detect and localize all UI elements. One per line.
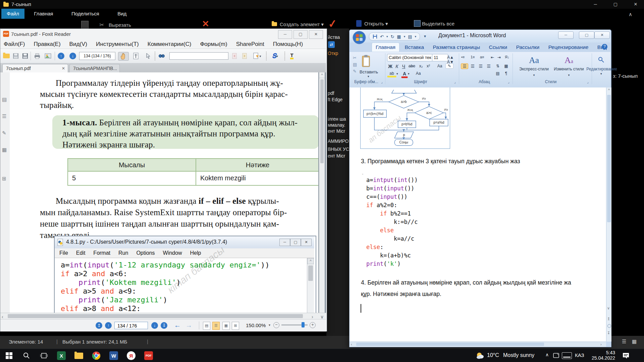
qat-more-icon[interactable]: ▾ (424, 34, 426, 39)
group-launcher-icon[interactable]: ⌟ (454, 80, 456, 84)
file-fragment[interactable]: ммалау. (328, 122, 345, 128)
find-next-icon[interactable] (240, 52, 249, 60)
quick-styles-button[interactable]: Аа Экспресс-стили ▾ (519, 55, 549, 77)
task-view-button[interactable] (36, 349, 52, 362)
document-tab[interactable]: 7сыныпАРМАНПВ... (69, 64, 120, 72)
taskbar-excel-icon[interactable]: X (54, 349, 69, 362)
previous-view-button[interactable]: ← (174, 321, 181, 329)
open-icon[interactable] (2, 52, 10, 60)
foxit-minimize-button[interactable]: ─ (278, 30, 292, 39)
save-as-icon[interactable] (21, 52, 29, 60)
taskbar-pdf-icon[interactable]: PDF (141, 349, 156, 362)
tab-page-layout[interactable]: Разметка страницы (429, 43, 484, 52)
zoom-in-button[interactable]: + (310, 322, 316, 328)
explorer-tab-view[interactable]: Вид (112, 9, 132, 19)
next-view-button[interactable]: → (185, 321, 192, 329)
recent-pages-icon[interactable]: ▾ (252, 52, 263, 60)
font-size-combo[interactable]: 11 (432, 54, 448, 61)
bullets-button[interactable]: •≡ (461, 55, 465, 59)
taskbar-explorer-icon[interactable] (71, 349, 87, 362)
taskbar-word-icon[interactable]: W (106, 349, 121, 362)
word-vertical-scrollbar[interactable]: ^ ∨ ↥ ↧ (606, 87, 611, 342)
status-page-field[interactable]: 134 / 176 (114, 322, 148, 329)
clear-formatting-button[interactable]: ✎ (445, 63, 453, 69)
explorer-minimize-button[interactable]: ─ (588, 0, 603, 8)
word-close-button[interactable]: ✕ (594, 32, 610, 39)
group-launcher-icon[interactable]: ⌟ (587, 80, 589, 84)
menu-tools[interactable]: Инструменты(Т) (96, 41, 139, 48)
save-icon[interactable] (12, 52, 20, 60)
paste-label[interactable]: Вставить (360, 69, 378, 74)
weather-desc[interactable]: Mostly sunny (503, 352, 534, 358)
tab-home[interactable]: Главная (372, 43, 399, 52)
first-page-button[interactable]: ↥ (96, 322, 102, 329)
scroll-left-icon[interactable]: ‹ (2, 314, 3, 319)
decrease-indent-button[interactable]: ⇤ (490, 55, 494, 60)
redo-icon[interactable]: ↻ (390, 34, 394, 39)
clock[interactable]: 5:43 25.04.2022 (589, 350, 615, 361)
previous-page-icon[interactable]: ↑ (57, 52, 65, 60)
explorer-select-all-button[interactable]: Выделить все (422, 21, 454, 26)
file-fragment[interactable]: ент Micr (328, 153, 345, 159)
numbering-button[interactable]: 1≡ (470, 55, 475, 59)
word-maximize-button[interactable]: ▢ (579, 32, 594, 39)
weather-temp[interactable]: 10°C (487, 352, 499, 358)
menu-file[interactable]: Файл(F) (4, 41, 25, 48)
highlight-dropdown-icon[interactable]: ▾ (396, 72, 398, 75)
cut-icon[interactable]: ✂ (353, 55, 357, 60)
taskbar-yandex-icon[interactable]: Я (123, 349, 139, 362)
save-icon[interactable] (373, 34, 377, 39)
undo-icon[interactable]: ↶ (380, 34, 384, 39)
scroll-down-icon[interactable]: ∨ (607, 306, 610, 310)
explorer-cut-button[interactable]: Вырезать (109, 22, 131, 28)
tab-references[interactable]: Ссылки (485, 43, 511, 52)
foxit-close-button[interactable]: ✕ (309, 30, 323, 39)
flowchart-image[interactable]: a>b a>c p=(b+c)%d p=b%d p=a%d p Соңы Жоқ… (360, 87, 450, 149)
justify-button[interactable]: ☰ (485, 63, 492, 69)
next-page-icon[interactable]: ↓ (69, 52, 77, 60)
search-button[interactable] (19, 349, 34, 362)
start-button[interactable] (1, 349, 17, 362)
file-fragment[interactable]: ілген ша (328, 116, 346, 122)
facing-view-icon[interactable]: ▦ (222, 322, 230, 330)
file-fragment[interactable]: ft Edge (328, 97, 342, 102)
previous-page-icon[interactable]: ↥ (607, 317, 610, 321)
list-view-icon[interactable]: ☰ (622, 339, 626, 345)
layers-panel-icon[interactable]: ⊞ (2, 176, 6, 182)
find-previous-icon[interactable] (230, 52, 238, 60)
pdf-horizontal-scrollbar[interactable]: ‹ › ∨ (0, 313, 326, 319)
comments-panel-icon[interactable]: ✎ (2, 130, 6, 136)
increase-indent-button[interactable]: ⇥ (497, 55, 501, 60)
foxit-maximize-button[interactable]: ▢ (293, 30, 308, 39)
find-icon[interactable] (598, 56, 606, 63)
paste-icon[interactable] (361, 55, 371, 68)
tray-chevron-icon[interactable]: ∧ (545, 352, 549, 357)
superscript-button[interactable]: x² (425, 63, 432, 69)
scroll-up-icon[interactable]: ^ (606, 87, 611, 93)
bookmarks-panel-icon[interactable]: ▤ (2, 97, 7, 103)
word-minimize-button[interactable]: ─ (558, 32, 574, 39)
next-page-icon[interactable]: ↧ (607, 331, 610, 335)
word-horizontal-scrollbar[interactable]: ‹ › (350, 342, 606, 347)
single-page-view-icon[interactable]: ▤ (203, 322, 210, 330)
align-left-button[interactable]: ☰ (461, 63, 468, 69)
explorer-tab-file[interactable]: Файл (1, 9, 24, 19)
align-right-button[interactable]: ☰ (477, 63, 484, 69)
explorer-new-item-button[interactable]: Создать элемент ▾ (280, 21, 324, 27)
paragraph-marks-button[interactable]: ¶ (502, 71, 510, 76)
tab-review[interactable]: Рецензирование (545, 43, 592, 52)
last-page-button[interactable]: ↧ (161, 322, 167, 329)
file-fragment[interactable]: ВНЫХ УС (328, 146, 349, 152)
tablet-mode-icon[interactable] (551, 349, 561, 362)
table-dropdown-icon[interactable]: ▾ (404, 35, 406, 38)
hand-tool-icon[interactable] (118, 52, 129, 61)
undo-dropdown-icon[interactable]: ▾ (386, 35, 388, 38)
paste-special-icon[interactable]: ▤ (408, 34, 412, 39)
bold-button[interactable]: Ж (387, 63, 393, 69)
align-center-button[interactable]: ☰ (469, 63, 476, 69)
browse-object-icon[interactable] (607, 324, 611, 328)
delete-icon[interactable]: ✕ (202, 19, 209, 29)
subscript-button[interactable]: x₂ (417, 63, 425, 69)
file-fragment[interactable]: АММИРО (328, 138, 349, 144)
change-styles-button[interactable]: Аа Изменить стили ▾ (553, 55, 584, 77)
